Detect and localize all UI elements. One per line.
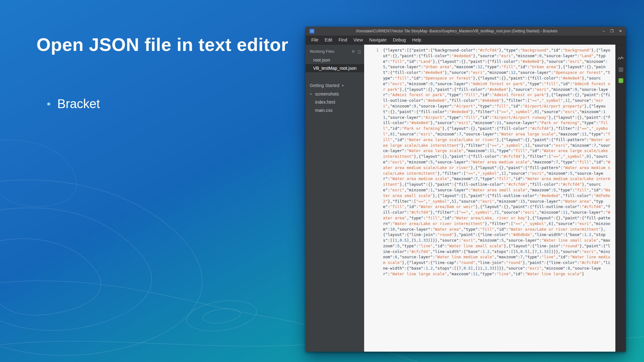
window-title: //lonsdale/CURRENT/Vector Tile StoryMap … [314,29,599,33]
tree-item-label: index.html [315,100,335,105]
chevron-right-icon: ▸ [310,92,312,96]
extension-manager-icon[interactable] [619,78,623,83]
live-data-graph-icon[interactable] [618,56,624,61]
menu-item-view[interactable]: View [350,36,366,44]
close-icon[interactable]: ✕ [619,29,622,33]
bullet-label: Bracket [57,97,100,111]
menu-bar: File Edit Find View Navigate Debug Help [306,36,626,45]
brackets-window: [] //lonsdale/CURRENT/Vector Tile StoryM… [306,27,626,352]
minimize-icon[interactable]: – [602,29,605,33]
project-dropdown[interactable]: Getting Started ▾ [306,81,364,90]
code-editor: 1 {"layers":[{"paint":{"background-color… [364,45,615,352]
maximize-icon[interactable]: ❐ [610,29,613,33]
line-number: 1 [376,48,379,52]
tree-item-label: screenshots [315,91,339,96]
menu-item-navigate[interactable]: Navigate [366,36,390,44]
menu-item-file[interactable]: File [308,36,322,44]
page-title: Open JSON file in text editor [36,34,288,55]
working-files-actions: ⚙ ◫ [352,49,361,54]
menu-item-debug[interactable]: Debug [390,36,409,44]
code-text[interactable]: {"layers":[{"paint":{"background-color":… [382,45,615,352]
split-view-icon[interactable]: ◫ [358,49,361,54]
working-file-vb-testmap-root-json[interactable]: VB_testMap_root.json [306,64,364,72]
chevron-down-icon: ▾ [342,84,344,88]
window-titlebar[interactable]: [] //lonsdale/CURRENT/Vector Tile StoryM… [306,27,626,36]
bullet-item: Bracket [47,97,100,111]
gear-icon[interactable]: ⚙ [352,49,355,54]
menu-item-help[interactable]: Help [409,36,425,44]
menu-item-edit[interactable]: Edit [322,36,336,44]
tree-item-label: main.css [315,108,332,113]
brackets-logo-icon: [] [309,29,314,34]
working-files-header: Working Files ⚙ ◫ [306,47,364,56]
window-main: Working Files ⚙ ◫ root.json VB_testMap_r… [306,45,626,352]
extension-icon[interactable] [619,67,623,72]
bullet-dot [47,102,50,106]
line-number-gutter: 1 [364,45,382,352]
working-file-root-json[interactable]: root.json [306,56,364,64]
slide-background: Open JSON file in text editor Bracket []… [0,0,644,362]
tree-item-main-css[interactable]: main.css [306,106,364,114]
working-files-label: Working Files [310,49,335,54]
window-controls: – ❐ ✕ [602,29,622,33]
menu-item-find[interactable]: Find [336,36,350,44]
toolbar-rail [615,45,626,352]
sidebar: Working Files ⚙ ◫ root.json VB_testMap_r… [306,45,364,352]
tree-item-screenshots[interactable]: ▸ screenshots [306,90,364,98]
tree-item-index-html[interactable]: index.html [306,98,364,106]
project-name-label: Getting Started [310,83,339,88]
